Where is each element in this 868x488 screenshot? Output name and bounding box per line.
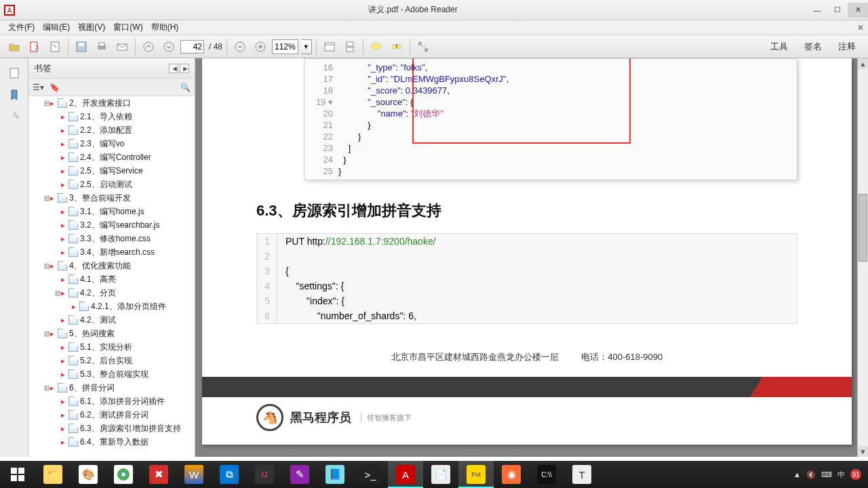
vscode-icon[interactable]: ⧉ [212, 461, 247, 488]
menu-window[interactable]: 窗口(W) [109, 20, 146, 35]
maximize-button[interactable]: ☐ [827, 3, 848, 18]
export-pdf-icon[interactable] [26, 38, 43, 56]
close-button[interactable]: ✕ [848, 3, 868, 18]
scroll-down-icon[interactable]: ▼ [858, 446, 868, 457]
bookmark-item[interactable]: ⊟▸2、开发搜索接口 [28, 96, 195, 110]
notepad-icon[interactable]: 📄 [423, 461, 458, 488]
bookmark-item[interactable]: ▸3.4、新增search.css [28, 245, 195, 259]
zoom-in-icon[interactable] [252, 38, 269, 56]
start-button[interactable] [0, 461, 35, 488]
bookmark-item[interactable]: ▸3.1、编写home.js [28, 205, 195, 218]
scroll-mode-icon[interactable] [341, 38, 359, 56]
bookmark-item[interactable]: ▸3.2、编写searchbar.js [28, 218, 195, 232]
scroll-thumb[interactable] [859, 194, 867, 262]
read-mode-icon[interactable] [321, 38, 338, 56]
menu-view[interactable]: 视图(V) [74, 20, 109, 35]
bookmark-item[interactable]: ▸2.1、导入依赖 [28, 110, 195, 123]
bookmark-item[interactable]: ▸2.3、编写vo [28, 137, 195, 150]
chrome-icon[interactable] [106, 461, 141, 488]
typora-icon[interactable]: T [564, 461, 599, 488]
zoom-dropdown-icon[interactable]: ▼ [301, 39, 312, 54]
bookmark-item[interactable]: ▸2.4、编写Controller [28, 150, 195, 164]
bookmark-item[interactable]: ⊟▸5、热词搜索 [28, 327, 195, 340]
potplayer-icon[interactable]: Pot [458, 461, 494, 488]
menu-edit[interactable]: 编辑(E) [39, 20, 74, 35]
scroll-up-icon[interactable]: ▲ [858, 58, 868, 69]
bookmark-options-icon[interactable]: ☰▾ [33, 83, 44, 92]
bookmark-item[interactable]: ▸2.5、启动测试 [28, 178, 195, 191]
page-number-input[interactable] [180, 40, 204, 54]
terminal-icon[interactable]: >_ [353, 461, 388, 488]
bookmark-item[interactable]: ▸6.4、重新导入数据 [28, 435, 195, 449]
logo-icon: 🐴 [256, 404, 283, 431]
save-icon[interactable] [73, 38, 90, 56]
wps-icon[interactable]: W [176, 461, 212, 488]
notes-icon[interactable]: 📘 [317, 461, 353, 488]
menu-close-doc[interactable]: ✕ [857, 23, 864, 33]
intellij-icon[interactable]: IJ [247, 461, 282, 488]
bookmark-item[interactable]: ▸3.3、修改home.css [28, 232, 195, 245]
adobe-reader-taskbar-icon[interactable]: A [388, 461, 423, 488]
highlight-icon[interactable]: T [388, 38, 406, 56]
notification-badge[interactable]: 91 [850, 469, 861, 480]
thumbnails-icon[interactable] [7, 66, 21, 80]
bookmark-item[interactable]: ▸4.2.1、添加分页组件 [28, 300, 195, 313]
bookmark-new-icon[interactable]: 🔖 [50, 83, 60, 92]
create-pdf-icon[interactable] [46, 38, 64, 56]
bookmark-item[interactable]: ⊟▸4、优化搜索功能 [28, 259, 195, 272]
bookmark-prev-icon[interactable]: ◄ [169, 64, 178, 73]
zoom-out-icon[interactable] [231, 38, 249, 56]
cmd-icon[interactable]: C:\\ [529, 461, 564, 488]
bookmark-tree[interactable]: ⊟▸2、开发搜索接口▸2.1、导入依赖▸2.2、添加配置▸2.3、编写vo▸2.… [28, 96, 195, 457]
taskbar: 📁 🎨 ✖ W ⧉ IJ ✎ 📘 >_ A 📄 Pot ◉ C:\\ T ▲ 🔇… [0, 461, 868, 488]
menu-help[interactable]: 帮助(H) [147, 20, 183, 35]
volume-icon[interactable]: 🔇 [806, 470, 816, 479]
ime-indicator[interactable]: 中 [837, 470, 845, 480]
postman-icon[interactable]: ◉ [494, 461, 529, 488]
svg-rect-3 [31, 42, 37, 52]
bookmark-item[interactable]: ▸6.3、房源索引增加拼音支持 [28, 422, 195, 435]
menu-file[interactable]: 文件(F) [4, 20, 39, 35]
bookmark-item[interactable]: ⊟▸3、整合前端开发 [28, 191, 195, 205]
bookmarks-icon[interactable] [7, 88, 21, 102]
svg-rect-20 [347, 47, 353, 52]
open-icon[interactable] [5, 38, 23, 56]
svg-rect-25 [11, 468, 17, 474]
tools-button[interactable]: 工具 [764, 39, 795, 54]
page-divider-band [202, 377, 852, 397]
document-scrollbar[interactable]: ▲ ▼ [857, 58, 868, 457]
page-up-icon[interactable] [140, 38, 157, 56]
bookmark-item[interactable]: ▸5.2、后台实现 [28, 354, 195, 367]
bookmark-item[interactable]: ▸2.5、编写Service [28, 164, 195, 178]
bookmark-item[interactable]: ▸4.2、测试 [28, 313, 195, 327]
bookmark-item[interactable]: ⊟▸4.2、分页 [28, 286, 195, 300]
window-title: 讲义.pdf - Adobe Reader [19, 4, 807, 16]
xshell-icon[interactable]: ✖ [141, 461, 176, 488]
bookmark-item[interactable]: ▸5.3、整合前端实现 [28, 367, 195, 381]
keyboard-icon[interactable]: ⌨ [821, 470, 832, 479]
sign-button[interactable]: 签名 [797, 39, 829, 54]
svg-rect-28 [18, 475, 24, 481]
bookmark-item[interactable]: ⊟▸6、拼音分词 [28, 381, 195, 394]
paint-icon[interactable]: 🎨 [71, 461, 106, 488]
print-icon[interactable] [93, 38, 111, 56]
explorer-icon[interactable]: 📁 [35, 461, 71, 488]
bookmark-item[interactable]: ▸2.2、添加配置 [28, 123, 195, 137]
comment-icon[interactable] [368, 38, 385, 56]
bookmark-next-icon[interactable]: ► [180, 64, 189, 73]
minimize-button[interactable]: — [807, 3, 827, 18]
emeditor-icon[interactable]: ✎ [282, 461, 317, 488]
bookmark-item[interactable]: ▸6.1、添加拼音分词插件 [28, 394, 195, 408]
document-view[interactable]: 16 "_type": "folks",17 "_id": "DLmEMWgBF… [195, 58, 868, 457]
zoom-select[interactable]: 112% [272, 39, 298, 54]
bookmark-item[interactable]: ▸5.1、实现分析 [28, 340, 195, 354]
comment-button[interactable]: 注释 [831, 39, 863, 54]
bookmark-find-icon[interactable]: 🔍 [180, 83, 191, 92]
bookmark-item[interactable]: ▸4.1、高亮 [28, 272, 195, 286]
attachments-icon[interactable] [7, 110, 21, 123]
fullscreen-icon[interactable] [414, 38, 432, 56]
bookmark-item[interactable]: ▸6.2、测试拼音分词 [28, 408, 195, 422]
page-down-icon[interactable] [160, 38, 178, 56]
email-icon[interactable] [113, 38, 131, 56]
tray-expand-icon[interactable]: ▲ [793, 470, 801, 479]
